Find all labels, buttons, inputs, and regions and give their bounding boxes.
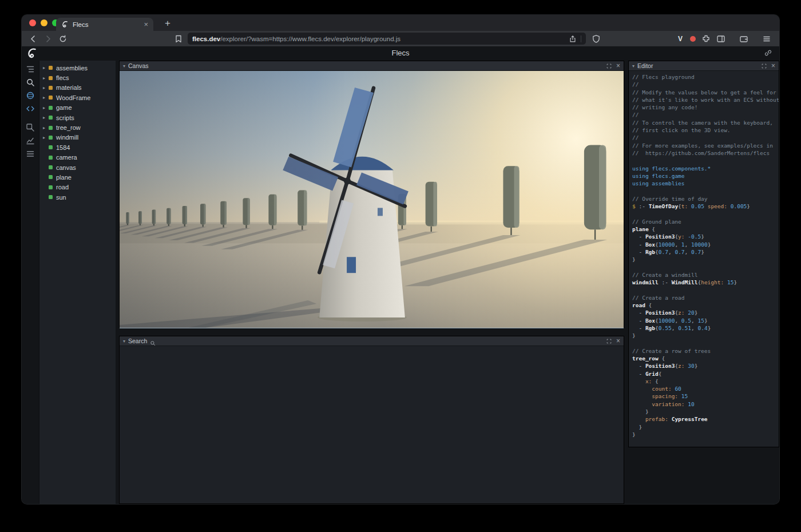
extension-icon[interactable] <box>690 36 696 42</box>
expand-arrow-icon[interactable]: ▸ <box>43 95 49 100</box>
code-editor-icon[interactable] <box>26 104 35 113</box>
fullscreen-icon[interactable] <box>762 63 767 69</box>
canvas-panel: ▾ Canvas × <box>119 61 624 328</box>
canvas-3d-scene[interactable] <box>120 71 624 328</box>
tree-item-WoodFrame[interactable]: ▸WoodFrame <box>39 93 116 102</box>
tree-item-canvas[interactable]: canvas <box>39 162 116 172</box>
code-line: } <box>632 256 779 263</box>
code-line: - Rgb{0.55, 0.51, 0.4} <box>632 324 779 332</box>
page-body: ▸assemblies▸flecs▸materials▸WoodFrame▸ga… <box>22 61 779 504</box>
new-tab-button[interactable]: + <box>160 17 175 30</box>
close-panel-icon[interactable]: × <box>616 63 620 69</box>
expand-arrow-icon[interactable]: ▸ <box>43 85 49 90</box>
expand-arrow-icon[interactable]: ▸ <box>43 115 49 120</box>
scene-sphere-icon[interactable] <box>26 91 35 100</box>
chevron-down-icon[interactable]: ▾ <box>632 63 635 69</box>
code-line: // https://github.com/SanderMertens/flec… <box>632 149 779 157</box>
code-line: // <box>632 111 779 118</box>
tree-item-flecs[interactable]: ▸flecs <box>39 73 116 82</box>
code-line <box>632 157 779 164</box>
code-line: } <box>632 332 779 339</box>
expand-arrow-icon[interactable]: ▸ <box>43 105 49 110</box>
close-window-button[interactable] <box>29 19 36 26</box>
code-line: // Create a road <box>632 294 779 301</box>
close-panel-icon[interactable]: × <box>771 63 775 69</box>
navigation-bar: flecs.dev/explorer/?wasm=https://www.fle… <box>22 31 779 46</box>
tab-title: Flecs <box>73 21 140 28</box>
entity-square-icon <box>49 116 53 120</box>
chevron-down-icon[interactable]: ▾ <box>123 339 125 344</box>
wallet-icon[interactable] <box>739 34 748 43</box>
url-path: /explorer/?wasm=https://www.flecs.dev/ex… <box>220 35 400 42</box>
entity-square-icon <box>49 145 53 149</box>
expand-arrow-icon[interactable]: ▸ <box>43 76 49 81</box>
browser-tab[interactable]: Flecs × <box>56 18 153 31</box>
entity-square-icon <box>49 126 53 130</box>
tree-item-materials[interactable]: ▸materials <box>39 83 116 93</box>
chart-icon[interactable] <box>26 136 35 145</box>
stats-rows-icon[interactable] <box>26 149 35 158</box>
tree-item-scripts[interactable]: ▸scripts <box>39 113 116 122</box>
tree-item-assemblies[interactable]: ▸assemblies <box>39 63 116 73</box>
expand-arrow-icon[interactable]: ▸ <box>43 135 49 140</box>
canvas-panel-header[interactable]: ▾ Canvas × <box>120 61 624 71</box>
inspect-icon[interactable] <box>26 123 35 132</box>
tree-item-label: windmill <box>56 134 78 141</box>
editor-panel-header[interactable]: ▾ Editor × <box>629 61 779 71</box>
editor-code[interactable]: // Flecs playground//// Modify the value… <box>629 71 779 447</box>
tree-item-label: tree_row <box>56 124 81 131</box>
expand-arrow-icon[interactable]: ▸ <box>43 125 49 130</box>
extensions-puzzle-icon[interactable] <box>701 34 711 43</box>
forward-button[interactable] <box>43 34 53 43</box>
code-line: // Create a row of trees <box>632 347 779 355</box>
code-line <box>632 263 779 271</box>
entity-square-icon <box>49 136 53 140</box>
share-icon[interactable] <box>569 35 577 43</box>
code-line: - Position3{y: -0.5} <box>632 233 779 240</box>
share-link-icon[interactable] <box>764 49 772 57</box>
tree-item-sun[interactable]: sun <box>39 192 116 202</box>
code-line: // writing any code! <box>632 104 779 111</box>
tree-item-label: game <box>56 104 72 111</box>
search-icon[interactable] <box>26 78 35 87</box>
code-line: // Override time of day <box>632 195 779 203</box>
code-line: // Ground plane <box>632 218 779 225</box>
fullscreen-icon[interactable] <box>606 63 612 69</box>
tree-item-windmill[interactable]: ▸windmill <box>39 133 116 142</box>
tree-item-label: plane <box>56 174 72 181</box>
reload-button[interactable] <box>58 34 68 43</box>
code-line: - Grid{ <box>632 370 779 378</box>
vpn-icon[interactable]: V <box>676 35 684 43</box>
code-line: variation: 10 <box>632 400 779 408</box>
tree-item-camera[interactable]: camera <box>39 153 116 162</box>
expand-arrow-icon[interactable]: ▸ <box>43 65 49 70</box>
back-button[interactable] <box>29 34 38 43</box>
tab-close-icon[interactable]: × <box>144 20 148 29</box>
brave-shield-icon[interactable] <box>592 34 601 43</box>
tree-item-1584[interactable]: 1584 <box>39 142 116 152</box>
tree-item-plane[interactable]: plane <box>39 172 116 182</box>
tree-item-label: flecs <box>56 74 69 81</box>
entity-tree-icon[interactable] <box>26 65 35 74</box>
code-line: // For more examples, see examples/plecs… <box>632 142 779 149</box>
bookmark-icon[interactable] <box>174 34 183 43</box>
entity-square-icon <box>49 175 53 179</box>
side-panel-icon[interactable] <box>716 34 725 43</box>
tree-item-label: canvas <box>56 164 76 171</box>
code-line: using flecs.game <box>632 172 779 180</box>
url-host: flecs.dev <box>192 35 220 42</box>
search-panel-header[interactable]: ▾ Search × <box>120 336 624 346</box>
entity-tree: ▸assemblies▸flecs▸materials▸WoodFrame▸ga… <box>39 61 116 504</box>
url-bar[interactable]: flecs.dev/explorer/?wasm=https://www.fle… <box>188 33 586 45</box>
tree-item-game[interactable]: ▸game <box>39 103 116 113</box>
module-square-icon <box>49 86 53 90</box>
chevron-down-icon[interactable]: ▾ <box>123 63 125 69</box>
tree-item-label: scripts <box>56 114 74 121</box>
tree-item-tree_row[interactable]: ▸tree_row <box>39 122 116 132</box>
menu-icon[interactable] <box>762 34 771 43</box>
fullscreen-icon[interactable] <box>606 339 612 344</box>
tree-item-road[interactable]: road <box>39 182 116 192</box>
minimize-window-button[interactable] <box>41 19 47 26</box>
close-panel-icon[interactable]: × <box>616 339 620 344</box>
search-panel: ▾ Search × <box>119 336 624 504</box>
